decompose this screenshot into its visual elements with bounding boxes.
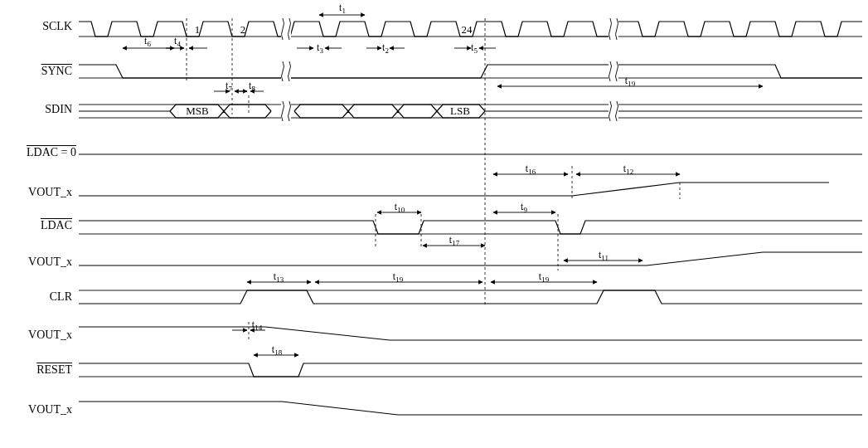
label-sync: SYNC — [10, 65, 72, 78]
t12-label: t12 — [623, 163, 633, 176]
label-vout-a: VOUT_x — [10, 186, 72, 199]
label-vout-b: VOUT_x — [10, 256, 72, 269]
label-vout-c: VOUT_x — [10, 329, 72, 342]
vout-c-waveform — [79, 327, 862, 340]
label-sdin: SDIN — [10, 103, 72, 116]
label-reset: RESET — [10, 363, 72, 377]
t8-label: t8 — [249, 80, 255, 93]
sclk-waveform: 1 2 24 — [79, 18, 862, 40]
vout-a-waveform — [79, 183, 829, 199]
label-ldac-zero: LDAC = 0 — [10, 146, 76, 159]
t7-label: t7 — [225, 80, 232, 93]
label-sclk: SCLK — [10, 20, 72, 33]
sclk-count-2: 2 — [240, 23, 246, 36]
sync-waveform — [79, 61, 862, 81]
sdin-lsb-label: LSB — [450, 105, 470, 117]
t3-label: t3 — [317, 41, 323, 55]
t19c-label: t19 — [539, 270, 549, 284]
t4-label: t4 — [174, 35, 181, 48]
t6-label: t6 — [144, 35, 151, 48]
t19-label: t19 — [625, 75, 635, 88]
clr-waveform — [79, 290, 862, 304]
t16-label: t16 — [526, 163, 536, 176]
ldac-waveform — [79, 221, 862, 234]
label-clr: CLR — [10, 290, 72, 304]
vout-d-waveform — [79, 402, 862, 415]
t2-label: t2 — [382, 41, 389, 55]
t14-label: t14 — [252, 319, 262, 332]
t13-label: t13 — [274, 270, 284, 284]
t11-label: t11 — [599, 249, 609, 262]
t18-label: t18 — [272, 343, 282, 357]
t5-label: t5 — [471, 41, 478, 55]
t17-label: t17 — [449, 234, 459, 247]
t9-label: t9 — [521, 201, 527, 214]
t1-label: t1 — [339, 2, 346, 15]
timing-diagram: .w { stroke:#000; stroke-width:1.2; fill… — [0, 0, 868, 448]
label-vout-d: VOUT_x — [10, 403, 72, 416]
vout-b-waveform — [79, 252, 862, 265]
sdin-msb-label: MSB — [186, 105, 209, 117]
sclk-count-24: 24 — [462, 23, 473, 36]
t10-label: t10 — [395, 201, 405, 214]
reset-waveform — [79, 363, 862, 377]
sdin-waveform: MSB LSB — [79, 101, 862, 121]
sclk-count-1: 1 — [195, 23, 201, 36]
label-ldac: LDAC — [10, 219, 72, 232]
t19b-label: t19 — [393, 270, 403, 284]
